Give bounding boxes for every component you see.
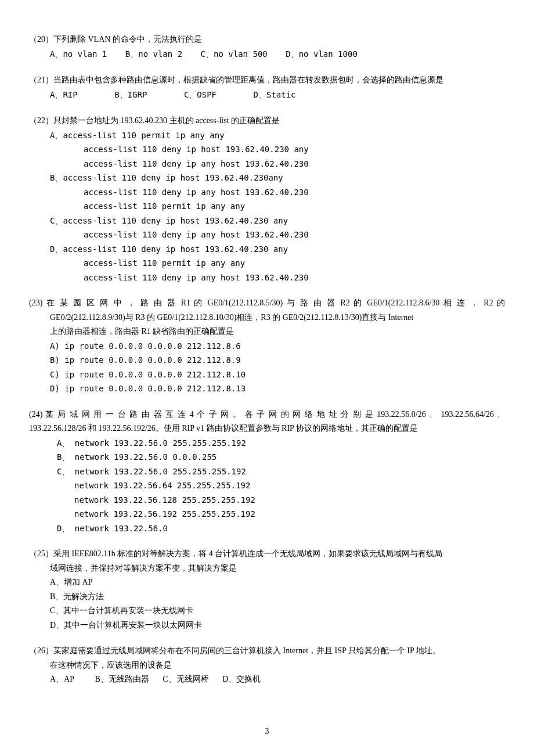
question-20: （20）下列删除 VLAN 的命令中，无法执行的是 A、no vlan 1 B、…: [29, 33, 505, 62]
question-stem: （20）下列删除 VLAN 的命令中，无法执行的是: [29, 33, 505, 47]
question-stem-line3: 上的路由器相连，路由器 R1 缺省路由的正确配置是: [29, 325, 505, 339]
question-stem: （22）只封禁一台地址为 193.62.40.230 主机的 access-li…: [29, 114, 505, 128]
option-c: C、无线网桥: [163, 672, 208, 687]
option-a: A、access-list 110 permit ip any any: [50, 128, 505, 143]
option-c-line4: network 193.22.56.192 255.255.255.192: [57, 507, 505, 521]
option-a-line3: access-list 110 deny ip any host 193.62.…: [50, 157, 505, 171]
option-d: D、no vlan 1000: [286, 47, 358, 62]
option-d: D、其中一台计算机再安装一块以太网网卡: [50, 618, 505, 633]
option-c: C、其中一台计算机再安装一块无线网卡: [50, 604, 505, 618]
question-options: A、 network 193.22.56.0 255.255.255.192 B…: [29, 436, 505, 536]
option-a: A、AP: [50, 672, 74, 687]
option-c: C、OSPF: [184, 88, 217, 102]
question-stem-line1: (23) 在 某 园 区 网 中 ， 路 由 器 R1 的 GE0/1(212.…: [29, 296, 505, 311]
option-c: C、no vlan 500: [201, 47, 268, 62]
question-options: A、AP B、无线路由器 C、无线网桥 D、交换机: [29, 672, 505, 687]
question-23: (23) 在 某 园 区 网 中 ， 路 由 器 R1 的 GE0/1(212.…: [29, 296, 505, 396]
option-b: B) ip route 0.0.0.0 0.0.0.0 212.112.8.9: [50, 353, 505, 368]
question-25: （25）采用 IEEE802.11b 标准的对等解决方案，将 4 台计算机连成一…: [29, 547, 505, 632]
option-c-line3: network 193.22.56.128 255.255.255.192: [57, 493, 505, 507]
option-d: D、access-list 110 deny ip host 193.62.40…: [50, 242, 505, 257]
question-26: （26）某家庭需要通过无线局域网将分布在不同房间的三台计算机接入 Interne…: [29, 644, 505, 687]
question-options: A、no vlan 1 B、no vlan 2 C、no vlan 500 D、…: [29, 47, 505, 62]
question-stem: （21）当路由表中包含多种路由信息源时，根据缺省的管理距离值，路由器在转发数据包…: [29, 73, 505, 88]
option-d-line2: access-list 110 permit ip any any: [50, 256, 505, 271]
option-c: C) ip route 0.0.0.0 0.0.0.0 212.112.8.10: [50, 368, 505, 382]
question-options: A、增加 AP B、无解决方法 C、其中一台计算机再安装一块无线网卡 D、其中一…: [29, 575, 505, 632]
question-stem-line2: GE0/2(212.112.8.9/30)与 R3 的 GE0/1(212.11…: [29, 311, 505, 325]
option-a: A、RIP: [50, 88, 78, 102]
option-d-line3: access-list 110 deny ip any host 193.62.…: [50, 271, 505, 285]
question-22: （22）只封禁一台地址为 193.62.40.230 主机的 access-li…: [29, 114, 505, 285]
option-d: D) ip route 0.0.0.0 0.0.0.0 212.112.8.13: [50, 381, 505, 396]
question-stem-line2: 域网连接，并保持对等解决方案不变，其解决方案是: [29, 561, 505, 576]
question-stem-line2: 193.22.56.128/26 和 193.22.56.192/26。使用 R…: [29, 422, 505, 436]
option-a: A) ip route 0.0.0.0 0.0.0.0 212.112.8.6: [50, 339, 505, 354]
question-24: (24) 某 局 域 网 用 一 台 路 由 器 互 连 4 个 子 网 。 各…: [29, 408, 505, 536]
option-a: A、 network 193.22.56.0 255.255.255.192: [57, 436, 505, 451]
option-b: B、no vlan 2: [125, 47, 182, 62]
option-c-line2: network 193.22.56.64 255.255.255.192: [57, 478, 505, 493]
option-b: B、access-list 110 deny ip host 193.62.40…: [50, 171, 505, 185]
option-a: A、no vlan 1: [50, 47, 107, 62]
page-number: 3: [0, 725, 534, 739]
option-a: A、增加 AP: [50, 575, 505, 590]
option-c: C、 network 193.22.56.0 255.255.255.192: [57, 465, 505, 479]
option-d: D、 network 193.22.56.0: [57, 521, 505, 536]
option-b: B、IGRP: [114, 88, 147, 102]
option-b: B、无解决方法: [50, 590, 505, 604]
question-options: A、RIP B、IGRP C、OSPF D、Static: [29, 88, 505, 103]
question-stem-line1: (24) 某 局 域 网 用 一 台 路 由 器 互 连 4 个 子 网 。 各…: [29, 408, 505, 422]
question-options: A) ip route 0.0.0.0 0.0.0.0 212.112.8.6 …: [29, 339, 505, 396]
option-b: B、 network 193.22.56.0 0.0.0.255: [57, 450, 505, 465]
option-b: B、无线路由器: [95, 672, 149, 687]
question-21: （21）当路由表中包含多种路由信息源时，根据缺省的管理距离值，路由器在转发数据包…: [29, 73, 505, 102]
option-b-line2: access-list 110 deny ip any host 193.62.…: [50, 185, 505, 200]
question-stem-line1: （25）采用 IEEE802.11b 标准的对等解决方案，将 4 台计算机连成一…: [29, 547, 505, 561]
question-stem-line1: （26）某家庭需要通过无线局域网将分布在不同房间的三台计算机接入 Interne…: [29, 644, 505, 658]
question-stem-line2: 在这种情况下，应该选用的设备是: [29, 658, 505, 673]
option-b-line3: access-list 110 permit ip any any: [50, 199, 505, 214]
option-d: D、Static: [254, 88, 296, 102]
option-c-line2: access-list 110 deny ip any host 193.62.…: [50, 228, 505, 242]
option-c: C、access-list 110 deny ip host 193.62.40…: [50, 214, 505, 228]
option-a-line2: access-list 110 deny ip host 193.62.40.2…: [50, 142, 505, 157]
option-d: D、交换机: [222, 672, 261, 687]
question-options: A、access-list 110 permit ip any any acce…: [29, 128, 505, 285]
